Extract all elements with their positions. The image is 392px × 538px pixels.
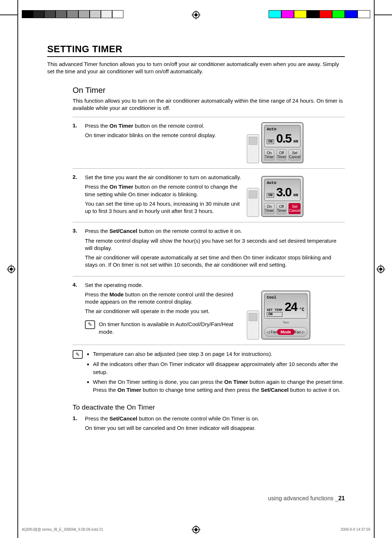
note-text: On timer function is available in Auto/C… (99, 320, 242, 336)
step-text: On timer you set will be canceled and On… (85, 424, 345, 432)
lcd-degc: °C (299, 307, 304, 312)
remote-icon (247, 134, 259, 163)
remote-icon (247, 188, 259, 217)
lcd-display: Auto ON 0.5 HR (264, 125, 301, 147)
step-text: Press the Set/Cancel button on the remot… (85, 415, 345, 422)
lcd-digits: 3.0 (276, 185, 291, 199)
print-file: AQ09U@@ series_IB_E_30904A_9.09.09.indd … (22, 527, 103, 531)
step-4: 4. Set the operating mode. Press the Mod… (73, 282, 345, 340)
mode-button: Mode (277, 329, 295, 335)
separator (73, 117, 345, 117)
crop-mark (0, 15, 17, 15)
on-timer-button: OnTimer (264, 149, 274, 160)
lcd-hr: HR (293, 193, 298, 197)
lcd-mode: Cool (267, 295, 305, 300)
deactivate-heading: To deactivate the On Timer (73, 403, 345, 411)
step-number: 3. (73, 227, 80, 271)
lcd-display: Cool SET TEMP ON 24 °C (264, 293, 307, 319)
step-text: The air conditioner will operate automat… (85, 254, 345, 269)
page-title: SETTING TIMER (47, 44, 345, 55)
step-text: Set the operating mode. (85, 282, 242, 289)
page-footer: using advanced functions _21 (268, 495, 345, 502)
figure-remote-display-2: Auto ON 3.0 HR OnTimer OffTimer SetCance… (247, 174, 345, 217)
step-number: 1. (73, 122, 80, 163)
registration-mark-icon (7, 264, 16, 274)
crop-mark (17, 0, 18, 538)
print-footer: AQ09U@@ series_IB_E_30904A_9.09.09.indd … (22, 527, 370, 531)
off-timer-button: OffTimer (277, 149, 287, 160)
intro-text: This advanced Timer function allows you … (47, 61, 345, 75)
set-cancel-button: SetCancel (289, 203, 301, 214)
step-text: Set the time you want the air conditione… (85, 174, 242, 181)
button-row: OnTimer OffTimer SetCancel (264, 149, 301, 160)
deactivate-step: 1. Press the Set/Cancel button on the re… (73, 415, 345, 434)
step-text: Press the On Timer button on the remote … (85, 122, 242, 130)
fan-right: Fan ▷ (295, 330, 305, 334)
lcd-settemp: SET TEMP (267, 308, 282, 312)
lcd-mode: Auto (267, 127, 298, 131)
crop-mark (375, 15, 392, 15)
step-number: 2. (73, 174, 80, 217)
figure-remote-display-1: Auto ON 0.5 HR OnTimer OffTimer SetCance… (247, 122, 345, 163)
lcd-digits: 24 (285, 300, 297, 314)
step-text: You can set the time up to 24 hours, inc… (85, 200, 242, 215)
step-text: On timer indicator blinks on the remote … (85, 132, 242, 139)
step-text: Press the On Timer button on the remote … (85, 183, 242, 198)
step-2: 2. Set the time you want the air conditi… (73, 174, 345, 217)
section-heading: On Timer (73, 86, 345, 95)
separator (73, 345, 345, 345)
lcd-on-badge: ON (267, 312, 282, 317)
step-3: 3. Press the Set/Cancel button on the re… (73, 227, 345, 271)
lcd-hr: HR (293, 139, 298, 144)
section-intro: This function allows you to turn on the … (73, 97, 345, 112)
step-number: 1. (73, 415, 80, 434)
temp-label: Tem (264, 321, 307, 324)
note-list: Temperature can also be adjusted (see st… (86, 350, 345, 394)
note-item: All the indicators other than On Timer i… (93, 360, 345, 376)
title-rule (47, 56, 345, 57)
separator (73, 276, 345, 276)
step-text: Press the Mode button on the remote cont… (85, 291, 242, 306)
crop-mark (374, 0, 375, 538)
lcd-display: Auto ON 3.0 HR (264, 179, 301, 201)
set-cancel-button: SetCancel (289, 149, 301, 160)
step-text: Press the Set/Cancel button on the remot… (85, 227, 345, 235)
lcd-on-badge: ON (267, 193, 274, 198)
step-text: The remote control display will show the… (85, 237, 345, 252)
note-item: Temperature can also be adjusted (see st… (93, 350, 345, 358)
colorbar-grayscale (22, 10, 123, 18)
step-1: 1. Press the On Timer button on the remo… (73, 122, 345, 163)
colorbar-color (269, 10, 370, 18)
mode-row: ◁ Fan Mode Fan ▷ (264, 327, 307, 337)
lcd-mode: Auto (267, 181, 298, 185)
off-timer-button: OffTimer (277, 203, 287, 214)
step-text: The air conditioner will operate in the … (85, 308, 242, 315)
note-icon: ✎ (85, 320, 95, 329)
note-2: ✎ Temperature can also be adjusted (see … (73, 350, 345, 396)
separator (73, 168, 345, 169)
print-timestamp: 2009-9-9 14:37:59 (340, 527, 370, 531)
remote-icon (247, 311, 259, 340)
registration-mark-icon (191, 10, 201, 20)
button-row: OnTimer OffTimer SetCancel (264, 203, 301, 214)
figure-remote-display-3: Cool SET TEMP ON 24 °C Tem ◁ Fan (247, 282, 345, 340)
note-1: ✎ On timer function is available in Auto… (85, 320, 242, 336)
registration-mark-icon (376, 264, 385, 274)
note-icon: ✎ (73, 350, 83, 359)
fan-left: ◁ Fan (267, 330, 277, 334)
note-item: When the On Timer setting is done, you c… (93, 378, 345, 394)
lcd-digits: 0.5 (276, 131, 291, 145)
separator (73, 222, 345, 222)
on-timer-button: OnTimer (264, 203, 274, 214)
lcd-on-badge: ON (267, 139, 274, 144)
step-number: 4. (73, 282, 80, 340)
